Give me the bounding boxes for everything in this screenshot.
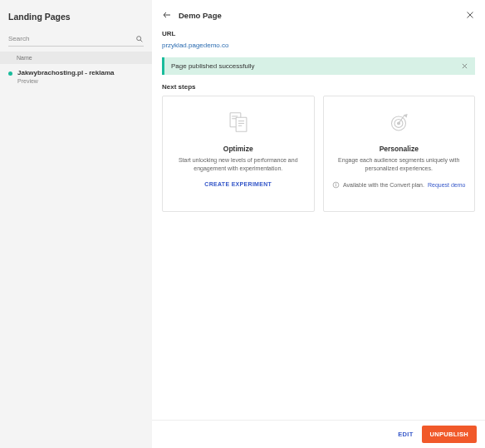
search-icon: [135, 35, 144, 43]
list-item-title: Jakwybrachosting.pl - reklama: [17, 69, 115, 76]
unpublish-button[interactable]: UNPUBLISH: [422, 426, 477, 443]
left-panel: Landing Pages Name Jakwybrachosting.pl -…: [0, 0, 152, 448]
plan-note: Available with the Convert plan.: [343, 182, 424, 188]
detail-title: Demo Page: [179, 11, 458, 20]
banner-close-icon[interactable]: [461, 62, 468, 70]
detail-panel: Demo Page URL przyklad.pagedemo.co Page …: [152, 0, 485, 448]
svg-rect-8: [236, 117, 247, 131]
experiment-pages-icon: [224, 108, 252, 136]
list-item-subtitle: Preview: [17, 78, 115, 84]
edit-button[interactable]: EDIT: [398, 431, 413, 438]
svg-line-1: [140, 40, 142, 42]
svg-point-0: [137, 36, 141, 40]
column-header-name: Name: [0, 52, 152, 64]
url-label: URL: [162, 30, 475, 37]
success-banner: Page published successfully: [162, 57, 475, 75]
card-title: Personalize: [380, 145, 419, 153]
target-icon: [385, 108, 413, 136]
detail-header: Demo Page: [152, 0, 485, 27]
detail-footer: EDIT UNPUBLISH: [152, 420, 485, 448]
list-item[interactable]: Jakwybrachosting.pl - reklama Preview: [0, 64, 152, 89]
close-icon[interactable]: [465, 10, 475, 20]
search-input[interactable]: [8, 33, 135, 44]
search-field[interactable]: [8, 32, 144, 47]
card-footer: Available with the Convert plan. Request…: [332, 181, 465, 189]
url-link[interactable]: przyklad.pagedemo.co: [162, 42, 229, 49]
card-description: Start unlocking new levels of performanc…: [176, 156, 301, 173]
cards-row: Optimize Start unlocking new levels of p…: [152, 96, 485, 212]
svg-point-20: [336, 183, 336, 184]
card-title: Optimize: [223, 145, 253, 153]
next-steps-label: Next steps: [152, 83, 485, 96]
page-title: Landing Pages: [0, 0, 152, 32]
request-demo-link[interactable]: Request demo: [428, 182, 466, 188]
optimize-card: Optimize Start unlocking new levels of p…: [162, 96, 315, 212]
url-section: URL przyklad.pagedemo.co: [152, 27, 485, 57]
back-arrow-icon[interactable]: [162, 10, 172, 20]
card-description: Engage each audience segments uniquely w…: [336, 156, 461, 173]
banner-text: Page published successfully: [171, 62, 461, 70]
create-experiment-button[interactable]: CREATE EXPERIMENT: [204, 181, 272, 187]
status-dot-icon: [8, 71, 12, 76]
info-icon: [332, 181, 340, 189]
personalize-card: Personalize Engage each audience segment…: [323, 96, 476, 212]
